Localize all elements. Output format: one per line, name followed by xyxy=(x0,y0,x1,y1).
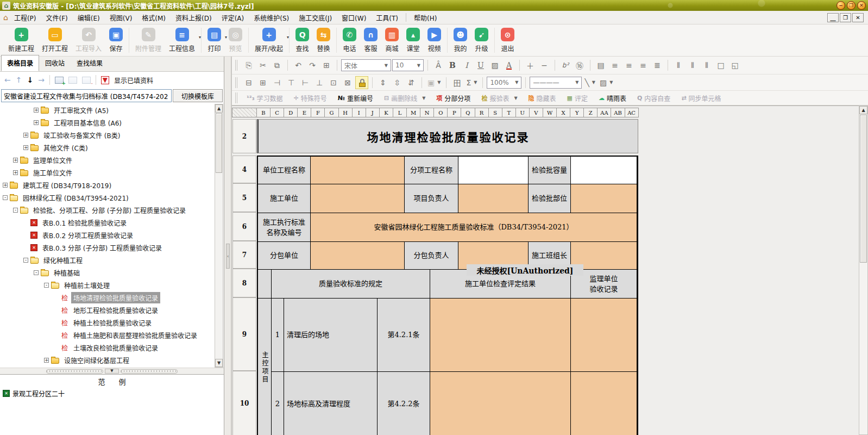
menu-item-10[interactable]: 工具(T) xyxy=(371,11,403,24)
valign-bottom-button[interactable]: ⫴ xyxy=(700,59,713,72)
text-direction-button[interactable]: ⇵ xyxy=(405,76,418,89)
strike-line-button[interactable]: ⊟画删除线▼ xyxy=(379,94,431,103)
toolbar-grip[interactable] xyxy=(235,60,237,71)
column-header-C[interactable]: C xyxy=(271,108,284,117)
menu-item-1[interactable]: 文件(F) xyxy=(41,11,73,24)
fill-color-button[interactable]: ▨ xyxy=(488,59,501,72)
item1-number-cell[interactable]: 1 xyxy=(272,299,284,372)
align-center-button[interactable]: ≡ xyxy=(622,59,636,72)
row-header[interactable]: 5 xyxy=(232,183,256,212)
builder-label-cell[interactable]: 施工单位 xyxy=(258,184,311,213)
column-header-Y[interactable]: Y xyxy=(570,108,584,117)
hide-table-button[interactable]: 隐隐藏表 xyxy=(523,94,562,103)
subcontract-leader-label-cell[interactable]: 分包负责人 xyxy=(405,242,458,270)
column-header-D[interactable]: D xyxy=(284,108,298,117)
row-header[interactable]: 6 xyxy=(232,212,256,241)
menu-item-0[interactable]: 工程(P) xyxy=(9,11,41,24)
sheet-scrollbar[interactable]: ▲ xyxy=(859,105,868,435)
subdivision-button[interactable]: 项分部分项 xyxy=(431,94,476,103)
tree-item-16[interactable]: 检地形工程检验批质量验收记录 xyxy=(1,304,214,316)
open-project-button[interactable]: ▭打开工程 xyxy=(42,28,68,53)
restore-button[interactable]: ❐ xyxy=(847,1,856,10)
bold-button[interactable]: B xyxy=(446,59,459,72)
item1-name-cell[interactable]: 清理后的场地 xyxy=(284,299,378,372)
font-name-select[interactable]: 宋体▼ xyxy=(341,59,391,71)
batch-part-value-cell[interactable] xyxy=(571,184,637,213)
lock-cell-button[interactable] xyxy=(355,76,368,89)
quality-standard-header-cell[interactable]: 质量验收标准的规定 xyxy=(272,270,430,299)
inspection-form-button[interactable]: 检报验表▼ xyxy=(476,94,523,103)
sheet-corner-cell[interactable] xyxy=(232,108,257,117)
filter-label[interactable]: 显示已填资料 xyxy=(114,76,153,85)
batch-part-label-cell[interactable]: 检验批部位 xyxy=(529,184,571,213)
diagonal-line-button[interactable]: ╲▼ xyxy=(583,76,597,89)
insert-row-button[interactable]: ⊥ xyxy=(313,76,326,89)
replace-button[interactable]: ⇆替换 xyxy=(317,28,330,53)
column-header-Q[interactable]: Q xyxy=(461,108,475,117)
underline-button[interactable]: U xyxy=(474,59,487,72)
expand-plus-icon[interactable]: + xyxy=(23,133,28,138)
unit-project-label-cell[interactable]: 单位工程名称 xyxy=(258,157,311,184)
superscript-button[interactable]: b² xyxy=(559,59,572,72)
print-button[interactable]: ▤▾打印 xyxy=(207,28,221,53)
scroll-down-icon[interactable]: ▼ xyxy=(215,359,223,367)
tree-item-1[interactable]: +工程项目基本信息 (A6) xyxy=(1,116,214,129)
zoom-level-select[interactable]: 100%▼ xyxy=(487,77,521,89)
header-spacer-cell[interactable] xyxy=(258,270,272,299)
column-header-H[interactable]: H xyxy=(339,108,353,117)
menu-item-9[interactable]: 窗口(W) xyxy=(337,11,371,24)
dropdown-arrow-icon[interactable]: ▾ xyxy=(199,35,201,40)
column-header-AB[interactable]: AB xyxy=(611,108,625,117)
tree-item-6[interactable]: +建筑工程 (DB34/T918-2019) xyxy=(1,179,214,191)
weather-table-button[interactable]: ☁晴雨表 xyxy=(593,94,632,103)
tree-scrollbar-thumb[interactable] xyxy=(216,113,222,173)
expand-plus-icon[interactable]: + xyxy=(13,170,18,175)
menu-item-3[interactable]: 视图(V) xyxy=(105,11,137,24)
item2-name-cell[interactable]: 场地标高及清理程度 xyxy=(284,372,378,435)
diagonal-box-button[interactable]: ▨▼ xyxy=(598,76,614,89)
tab-recycle-bin[interactable]: 回收站 xyxy=(39,55,71,71)
nav-up-icon[interactable]: ↑ xyxy=(16,76,22,84)
renumber-button[interactable]: №重新编号 xyxy=(332,94,379,103)
item1-clause-cell[interactable]: 第4.2.1条 xyxy=(378,299,430,372)
collapse-minus-icon[interactable]: - xyxy=(23,258,28,263)
column-header-E[interactable]: E xyxy=(298,108,311,117)
cut-button[interactable]: ✂ xyxy=(256,59,269,72)
video-button[interactable]: ▶视频 xyxy=(427,28,441,53)
row-header[interactable]: 8 xyxy=(232,269,256,297)
cut-row-button[interactable]: ⊟ xyxy=(242,76,255,89)
column-header-Z[interactable]: Z xyxy=(584,108,597,117)
nav-back-icon[interactable]: ← xyxy=(4,76,11,84)
dropdown-arrow-icon[interactable]: ▾ xyxy=(225,35,227,40)
item1-result-cell[interactable] xyxy=(430,299,571,372)
batch-capacity-value-cell[interactable] xyxy=(571,157,637,184)
valign-top-button[interactable]: ⫴ xyxy=(672,59,685,72)
item2-number-cell[interactable]: 2 xyxy=(272,372,284,435)
menu-item-8[interactable]: 施工交底(J) xyxy=(294,11,337,24)
expand-plus-icon[interactable]: + xyxy=(34,108,39,113)
standard-label-cell[interactable]: 施工执行标准 名称及编号 xyxy=(258,213,311,242)
standard-value-cell[interactable]: 安徽省园林绿化工程施工质量验收标准（DB34/T3954-2021） xyxy=(311,213,637,242)
row-header[interactable]: 7 xyxy=(232,241,256,269)
line-style-select[interactable]: ————▼ xyxy=(530,77,582,89)
split-cells-button[interactable]: ⊠ xyxy=(341,76,354,89)
column-header-T[interactable]: T xyxy=(502,108,516,117)
valign-middle-button[interactable]: ⫴ xyxy=(686,59,699,72)
align-right-button[interactable]: ≡ xyxy=(637,59,650,72)
builder-value-cell[interactable] xyxy=(311,184,405,213)
upgrade-button[interactable]: ➹升级 xyxy=(475,28,488,53)
column-header-U[interactable]: U xyxy=(516,108,530,117)
paste-button[interactable]: ⧉ xyxy=(271,59,284,72)
column-header-V[interactable]: V xyxy=(530,108,543,117)
column-header-R[interactable]: R xyxy=(475,108,489,117)
column-header-K[interactable]: K xyxy=(380,108,393,117)
mdi-close-button[interactable]: ✕ xyxy=(852,13,864,22)
expand-plus-icon[interactable]: + xyxy=(34,120,39,125)
project-leader-label-cell[interactable]: 项目负责人 xyxy=(405,184,458,213)
align-left-button[interactable]: ≡ xyxy=(608,59,621,72)
column-header-AC[interactable]: AC xyxy=(625,108,639,117)
collapse-minus-icon[interactable]: - xyxy=(3,195,8,200)
classroom-button[interactable]: ▴课堂 xyxy=(406,28,420,53)
column-header-F[interactable]: F xyxy=(311,108,325,117)
tree-item-2[interactable]: +竣工验收与备案文件 (B类) xyxy=(1,129,214,141)
